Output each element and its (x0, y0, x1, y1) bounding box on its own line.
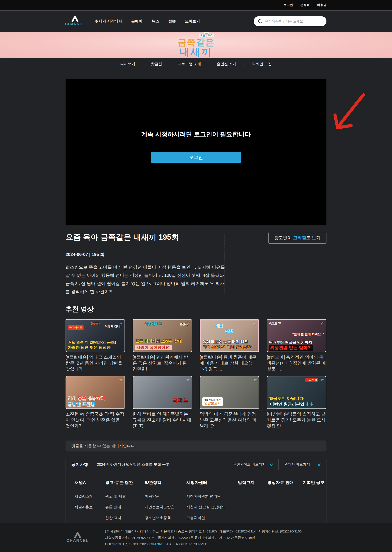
footer-link[interactable]: 청소년보호정책 (145, 515, 186, 520)
video-card-3[interactable]: ☆ 마음 상함 동생 때문에 눈물 터진 태오 아빠 신성우의 대처 방법은??… (200, 319, 259, 372)
footer-col-header[interactable]: 기획안 공모 (302, 480, 327, 486)
video-thumbnail[interactable]: ☆ 극대노 (133, 376, 192, 409)
video-thumbnail[interactable]: ☆ 하이라이트 (등등) 어떻게 찾냐... 배달 라이더 20명과의 공조! … (66, 319, 125, 352)
copyright-brand: CHANNEL A (149, 542, 169, 546)
thumb-overlay-text: 모든 에너지가 소진된 상태 (135, 338, 182, 344)
video-caption[interactable]: 조진형 vs 송종국♨ 각 팀 수장이 만났다! 과연 반전은 있을 것인가? (66, 411, 125, 429)
show-banner[interactable]: 요즘 육아 금쪽같은 내새끼 (0, 32, 392, 58)
player-section: 계속 시청하시려면 로그인이 필요합니다 로그인 (66, 79, 326, 225)
footer-col-header[interactable]: 시청자센터 (186, 480, 238, 486)
player-login-button[interactable]: 로그인 (151, 152, 241, 163)
video-thumbnail[interactable]: ☆ 이용 당하고 (착잡) 모든 에너지가 소진된 상태 사람이 싫어졌어요! (133, 319, 192, 352)
video-thumbnail[interactable]: ☆ #캔모아 "원래 한 번에 치워요.." 담배부터 배설물 방치까지 위생관… (267, 319, 326, 352)
subnav-client-recruit[interactable]: 의뢰인 모집 (245, 61, 279, 66)
thumb-overlay-text: 언양불고기 (204, 401, 221, 405)
footer-col-header[interactable]: 약관정책 (145, 480, 186, 486)
company-info-line2: 사업자등록번호: 101-86-62787 부가통신사업신고: 022357호 … (105, 536, 302, 540)
favorite-star-icon[interactable]: ☆ (186, 321, 190, 326)
footer-col-header[interactable]: 법적고지 (238, 480, 267, 486)
video-caption[interactable]: [#클립배송] 동생 환준이 때문에 마음 제대로 상한 태오( ; 'ㅅ') … (200, 354, 259, 372)
video-card-6[interactable]: ☆ 극대노 한해 똑바로 안 해? 폭발하는 규셰프 잔소리! 알바 수난 시대… (133, 376, 192, 429)
video-thumbnail[interactable]: ☆ 마음 상함 동생 때문에 눈물 터진 태오 아빠 신성우의 대처 방법은?? (200, 319, 259, 352)
video-caption[interactable]: [#캔모아] 충격적인 엄마의 위생관념(ㄷㄷ) 집안에 방치된 배설물과... (267, 354, 326, 372)
thumb-overlay-text: 아빠 신성우의 대처 방법은?? (203, 344, 252, 349)
footer-link[interactable]: 협찬 고지 (105, 515, 145, 520)
search-box[interactable] (254, 16, 326, 26)
footer-col-header[interactable]: 채널A (75, 480, 105, 486)
footer-link[interactable]: 시청자 상담실 상담내역 (186, 505, 238, 510)
video-caption[interactable]: 한해 똑바로 안 해? 폭발하는 규셰프 잔소리! 알바 수난 시대(T_T) (133, 411, 192, 429)
favorite-star-icon[interactable]: ☆ (320, 378, 324, 383)
video-caption[interactable]: [미방분] 손님들의 솔직하고 날카로운 평가! 모두가 놀란 도시횟집 만..… (267, 411, 326, 429)
thumb-overlay-text: "원래 한 번에 치워요.." (292, 332, 324, 336)
related-sites-dropdown[interactable]: 관련사이트 바로가기 ∨ (227, 459, 279, 470)
show-title-line1: 금쪽같은 (178, 38, 214, 47)
show-badge: 요즘 육아 (178, 33, 214, 37)
subnav-program-info[interactable]: 프로그램 소개 (170, 61, 209, 66)
topbar-schedule-link[interactable]: 편성표 (300, 3, 309, 7)
show-title-line2: 내새끼 (178, 47, 214, 57)
subnav-hotclip[interactable]: 핫클립 (143, 61, 169, 66)
favorite-star-icon[interactable]: ☆ (119, 321, 123, 326)
footer-link[interactable]: 고충처리인 (186, 515, 238, 520)
video-caption[interactable]: [#클립배송] 역대급 스케일의 탐문! 2년 동안 사라진 남편을 찾았다?! (66, 354, 125, 372)
video-card-1[interactable]: ☆ 하이라이트 (등등) 어떻게 찾냐... 배달 라이더 20명과의 공조! … (66, 319, 125, 372)
video-card-2[interactable]: ☆ 이용 당하고 (착잡) 모든 에너지가 소진된 상태 사람이 싫어졌어요! … (133, 319, 192, 372)
subnav-cast-info[interactable]: 출연진 소개 (209, 61, 244, 66)
video-thumbnail[interactable]: ☆ 도시횟집 황금뱃지 아닙니다 이번엔 황금리본입니다 (267, 376, 326, 409)
footer-link[interactable]: 광고 및 제휴 (105, 494, 145, 499)
video-caption[interactable]: 먹방의 대가 김준현에게 인정받은 고두심?! 울산 여행의 피날레 '언... (200, 411, 259, 429)
company-info: (주)채널에이 대표이사: 김차수 | 주소: 서울특별시 종로구 청계천로 1… (105, 529, 302, 546)
notice-text[interactable]: 2024년 하반기 채널A 청년 스쿼드 모집 공고 (97, 462, 170, 467)
episode-meta: 2024-06-07 | 195 회 (66, 251, 326, 258)
channel-a-logo[interactable]: CHANNEL (66, 16, 84, 26)
favorite-star-icon[interactable]: ☆ (252, 322, 256, 327)
nav-item-all[interactable]: 모아보기 (185, 19, 200, 24)
company-info-line1: (주)채널에이 대표이사: 김차수 | 주소: 서울특별시 종로구 청계천로 1… (105, 529, 302, 534)
topbar-login-link[interactable]: 로그인 (284, 3, 293, 7)
footer-link[interactable]: 시청자위원회 평가단 (186, 494, 238, 499)
thumb-overlay-text: 기세 좋은 송종국에 (68, 395, 105, 401)
footer-col-header[interactable]: 영상자료 판매 (267, 480, 302, 486)
favorite-star-icon[interactable]: ☆ (320, 321, 324, 326)
thumb-overlay-text: 황금뱃지 아닙니다 (269, 396, 303, 401)
chevron-down-icon: ∨ (269, 462, 274, 467)
thumb-badge: #캔모아 (269, 321, 281, 325)
footer-link[interactable]: 채널A 홍보 (75, 505, 105, 510)
video-card-8[interactable]: ☆ 도시횟집 황금뱃지 아닙니다 이번엔 황금리본입니다 [미방분] 손님들의 … (267, 376, 326, 429)
nav-item-onair[interactable]: 온에어 (131, 19, 142, 24)
search-input[interactable] (265, 19, 322, 23)
notice-label[interactable]: 공지사항 (71, 462, 88, 467)
show-title-orange: 금쪽 (178, 37, 196, 47)
video-thumbnail[interactable]: ☆ 기세 좋은 송종국에 당황한 조진형 (66, 376, 125, 409)
recommended-heading: 추천 영상 (66, 305, 326, 314)
video-caption[interactable]: [#클립배송] 인간관계에서 받은 깊은 상처로, 집순이가 된 김민희! (133, 354, 192, 372)
nav-item-news[interactable]: 뉴스 (152, 19, 159, 24)
search-icon (258, 19, 262, 24)
video-card-5[interactable]: ☆ 기세 좋은 송종국에 당황한 조진형 조진형 vs 송종국♨ 각 팀 수장이… (66, 376, 125, 429)
favorite-star-icon[interactable]: ☆ (186, 378, 190, 383)
video-card-4[interactable]: ☆ #캔모아 "원래 한 번에 치워요.." 담배부터 배설물 방치까지 위생관… (267, 319, 326, 372)
favorite-star-icon[interactable]: ☆ (253, 378, 257, 383)
affiliates-dropdown[interactable]: 관계사 바로가기 ∨ (279, 459, 326, 470)
thumb-overlay-text: 동생 때문에 눈물 터진 태오 (203, 339, 248, 344)
favorite-star-icon[interactable]: ☆ (119, 378, 123, 383)
subnav-replay[interactable]: 다시보기 (113, 61, 143, 66)
topbar-pass-link[interactable]: 이용권 (317, 3, 326, 7)
footer-link[interactable]: 채널A 소개 (75, 494, 105, 499)
copyright-post: ALL RIGHTS RESERVED. (168, 542, 208, 546)
nav-item-broadcast[interactable]: 방송 (168, 19, 176, 24)
footer-link[interactable]: 이용약관 (145, 494, 186, 499)
video-thumbnail[interactable]: ☆ 울산에서 먹는 언양불고기 (200, 376, 259, 409)
watch-hq-button[interactable]: 광고없이 고화질로 보기 (268, 232, 326, 244)
dashed-divider (224, 234, 224, 294)
nav-item-coverage[interactable]: 취재가 시작되자 (95, 19, 122, 24)
footer-link[interactable]: 큐톤 안내 (105, 505, 145, 510)
footer-col-header[interactable]: 광고·큐톤·협찬 (105, 480, 145, 486)
footer-link[interactable]: 개인정보취급방침 (145, 505, 186, 510)
logo-text: CHANNEL (65, 22, 85, 26)
program-subnav: 다시보기| 핫클립| 프로그램 소개| 출연진 소개| 의뢰인 모집 (0, 58, 392, 70)
video-card-7[interactable]: ☆ 울산에서 먹는 언양불고기 먹방의 대가 김준현에게 인정받은 고두심?! … (200, 376, 259, 429)
thumb-badge: 도시횟집 (305, 378, 318, 382)
logo-text: CHANNEL (66, 538, 89, 543)
